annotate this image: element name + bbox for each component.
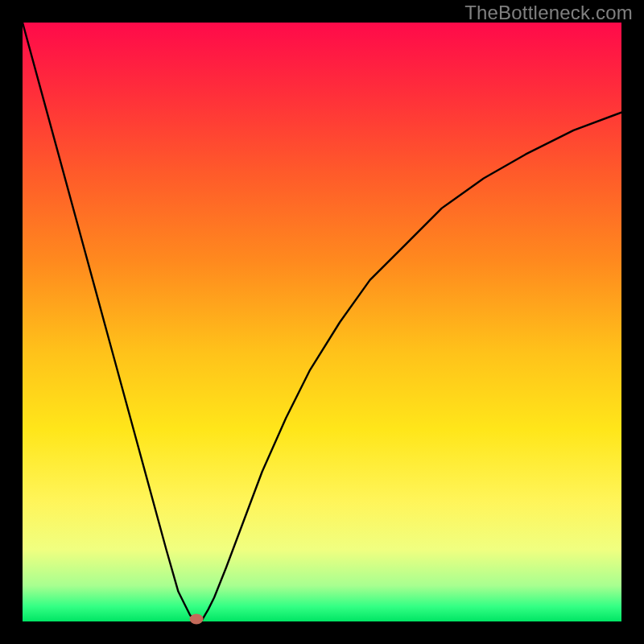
watermark-text: TheBottleneck.com (464, 2, 633, 24)
line-series (23, 23, 621, 621)
minimum-marker (189, 614, 203, 625)
chart-frame: TheBottleneck.com (0, 0, 644, 644)
